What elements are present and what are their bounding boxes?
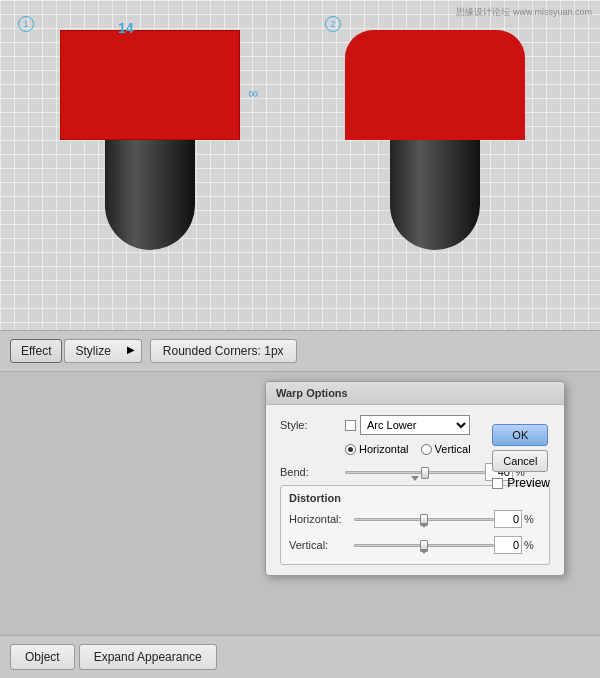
horiz-dist-pct: %: [524, 513, 534, 525]
preview-row: Preview: [492, 476, 550, 490]
red-rect-left: [60, 30, 240, 140]
circle-label-2: 2: [325, 16, 341, 32]
bend-label: Bend:: [280, 466, 345, 478]
top-toolbar: Effect Stylize ▶ Rounded Corners: 1px: [0, 331, 600, 372]
link-icon: ∞: [248, 85, 258, 101]
circle-label-1: 1: [18, 16, 34, 32]
style-label: Style:: [280, 419, 345, 431]
red-rect-right: [345, 30, 525, 140]
shape-left: [60, 30, 240, 250]
warp-dialog: Warp Options Style: Arc Lower Horizontal…: [265, 381, 565, 576]
shape-right: [345, 30, 525, 250]
style-checkbox[interactable]: [345, 420, 356, 431]
dialog-buttons: OK Cancel Preview: [492, 424, 550, 490]
vert-dist-slider-track: [354, 544, 494, 547]
horizontal-dist-label: Horizontal:: [289, 513, 354, 525]
stylize-arrow[interactable]: ▶: [121, 339, 142, 363]
horiz-dist-value-input[interactable]: [494, 510, 522, 528]
vert-dist-slider-triangle: [420, 549, 428, 554]
rounded-corners-button[interactable]: Rounded Corners: 1px: [150, 339, 297, 363]
horiz-dist-slider-track: [354, 518, 494, 521]
horizontal-radio[interactable]: Horizontal: [345, 443, 409, 455]
preview-label: Preview: [507, 476, 550, 490]
effect-button[interactable]: Effect: [10, 339, 62, 363]
bend-slider-triangle: [411, 476, 419, 481]
horizontal-label: Horizontal: [359, 443, 409, 455]
vertical-radio-dot: [421, 444, 432, 455]
vertical-dist-row: Vertical: %: [289, 536, 541, 554]
vertical-dist-label: Vertical:: [289, 539, 354, 551]
horiz-dist-slider-triangle: [420, 523, 428, 528]
capsule-right: [390, 140, 480, 250]
vert-dist-value-input[interactable]: [494, 536, 522, 554]
capsule-left: [105, 140, 195, 250]
preview-checkbox[interactable]: [492, 478, 503, 489]
stylize-group: Stylize ▶: [64, 339, 141, 363]
horizontal-radio-dot: [345, 444, 356, 455]
stylize-button[interactable]: Stylize: [64, 339, 120, 363]
watermark: 思缘设计论坛 www.missyuan.com: [456, 6, 592, 19]
canvas-area: 思缘设计论坛 www.missyuan.com 1 14 2 ∞: [0, 0, 600, 330]
ok-button[interactable]: OK: [492, 424, 548, 446]
vertical-radio[interactable]: Vertical: [421, 443, 471, 455]
cancel-button[interactable]: Cancel: [492, 450, 548, 472]
warp-dialog-title: Warp Options: [266, 382, 564, 405]
bottom-area: Effect Stylize ▶ Rounded Corners: 1px Wa…: [0, 330, 600, 678]
vertical-label: Vertical: [435, 443, 471, 455]
horizontal-dist-row: Horizontal: %: [289, 510, 541, 528]
num-14-label: 14: [118, 20, 134, 36]
style-select[interactable]: Arc Lower: [360, 415, 470, 435]
expand-appearance-button[interactable]: Expand Appearance: [79, 644, 217, 670]
object-button[interactable]: Object: [10, 644, 75, 670]
bend-slider-thumb[interactable]: [421, 467, 429, 479]
bend-slider-track: [345, 471, 485, 474]
distortion-title: Distortion: [289, 492, 541, 504]
bottom-toolbar: Object Expand Appearance: [0, 635, 600, 678]
distortion-section: Distortion Horizontal: % Vertical:: [280, 485, 550, 565]
vert-dist-pct: %: [524, 539, 534, 551]
